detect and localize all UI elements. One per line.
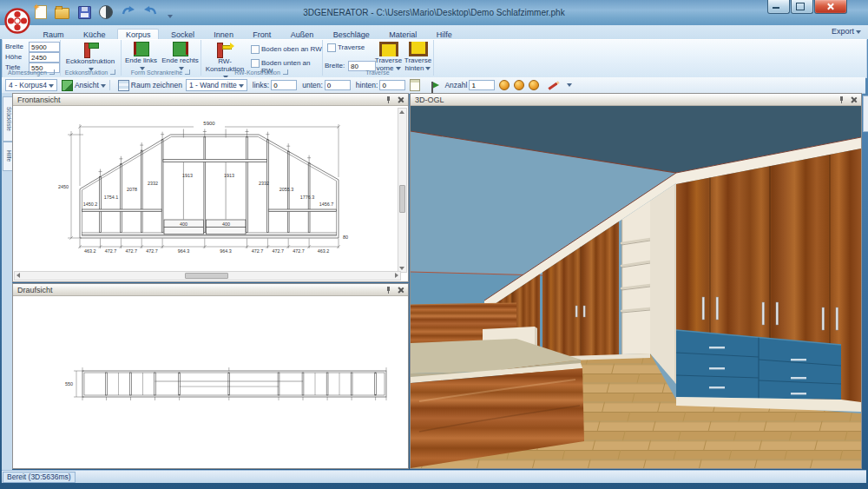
toolbar: 4 - Korpus4 Ansicht Raum zeichnen 1 - Wa… [2, 77, 865, 94]
dim-drawer-2: 400 [222, 221, 230, 227]
hinten-label: hinten: [356, 81, 378, 89]
new-document-icon[interactable] [35, 5, 47, 19]
toolbar-separator [109, 80, 110, 90]
ende-links-button[interactable]: Ende links [122, 42, 160, 72]
group-caption-traverse: Traverse [322, 69, 433, 76]
traverse-check-label: Traverse [338, 43, 365, 51]
anzahl-input[interactable] [469, 80, 495, 90]
right-dock-tab[interactable] [863, 96, 868, 132]
close-panel-icon[interactable] [397, 287, 404, 294]
dialog-launcher-icon[interactable] [49, 69, 55, 75]
scrollbar-thumb[interactable] [185, 273, 228, 279]
ende-rechts-button[interactable]: Ende rechts [161, 42, 199, 72]
options-icon[interactable] [99, 5, 113, 19]
dim-height-10: 1456.7 [319, 202, 334, 207]
dim-total-height: 2450 [58, 184, 69, 189]
ansicht-button[interactable]: Ansicht [75, 81, 106, 89]
coin-icon-3[interactable] [529, 80, 539, 90]
links-label: links: [253, 81, 269, 89]
traverse-vorne-icon [379, 42, 398, 56]
front-horizontal-scrollbar[interactable] [14, 271, 401, 281]
undo-icon[interactable] [143, 5, 157, 17]
hinten-input[interactable] [379, 80, 405, 90]
minimize-button[interactable] [767, 0, 790, 14]
ribbon: Breite Höhe Tiefe Abmessungen Eckkonstru… [2, 39, 867, 78]
dim-width-2: 472.7 [105, 248, 116, 254]
pin-icon[interactable] [838, 96, 845, 103]
dim-total-width: 5900 [203, 121, 215, 126]
coin-icon-2[interactable] [514, 80, 524, 90]
dim-width-9: 472.7 [293, 248, 305, 254]
frontansicht-title: Frontansicht [17, 96, 61, 104]
dialog-launcher-icon[interactable] [283, 69, 288, 75]
unten-input[interactable] [325, 80, 351, 90]
open-shelf-niche [621, 201, 650, 354]
group-eckkonstruktion: Eckkonstruktion Eckkonstruktion [60, 40, 122, 76]
wand-combo[interactable]: 1 - Wand mitte [186, 79, 247, 91]
dialog-launcher-icon[interactable] [110, 69, 115, 75]
open-folder-icon[interactable] [55, 8, 69, 19]
dim-height-5: 1913 [182, 173, 193, 178]
close-button[interactable] [814, 0, 847, 14]
ribbon-tab-strip: Raum Küche Korpus Sockel Innen Front Auß… [0, 25, 868, 39]
ogl-header[interactable]: 3D-OGL [411, 94, 861, 106]
dim-width-6: 964.3 [220, 248, 232, 254]
dim-height-6: 1913 [224, 173, 234, 178]
traverse-hinten-button[interactable]: Traverse hinten [404, 42, 432, 72]
boden-oben-checkbox[interactable] [251, 45, 260, 54]
traverse-checkbox[interactable] [327, 43, 336, 52]
flag-icon[interactable] [432, 82, 439, 89]
qat-dropdown-icon[interactable] [168, 15, 173, 18]
eckkonstruktion-icon [82, 42, 99, 57]
rw-konstruktion-icon [215, 42, 234, 57]
dim-height-3: 2078 [127, 187, 137, 192]
export-button[interactable]: Export [832, 27, 861, 36]
close-panel-icon[interactable] [850, 96, 857, 103]
dim-height-2: 1754.1 [104, 195, 119, 200]
maximize-button[interactable] [791, 0, 813, 14]
render-3d-scene[interactable] [411, 106, 861, 468]
scrollbar-thumb[interactable] [399, 185, 405, 213]
traverse-hinten-icon [409, 42, 428, 56]
app-logo-icon [4, 8, 30, 34]
traverse-vorne-button[interactable]: Traverse vorne [374, 42, 403, 72]
breite-input[interactable] [29, 42, 60, 52]
group-traverse: Traverse Breite: Traverse vorne Traverse… [322, 40, 434, 76]
eckkonstruktion-button[interactable]: Eckkonstruktion [60, 42, 121, 73]
coin-icon-1[interactable] [499, 80, 510, 90]
close-panel-icon[interactable] [397, 96, 404, 103]
group-caption-form: Form Schrankreihe [121, 69, 201, 76]
toolbar-overflow-icon[interactable] [567, 83, 572, 87]
group-caption-abmessungen: Abmessungen [3, 69, 60, 76]
application-menu-button[interactable] [4, 8, 30, 34]
pen-icon[interactable] [549, 81, 560, 89]
ogl-title: 3D-OGL [415, 96, 444, 104]
ende-links-label: Ende links [125, 56, 157, 64]
links-input[interactable] [271, 80, 297, 90]
notes-icon[interactable] [410, 79, 420, 91]
frontansicht-panel: Frontansicht [12, 93, 409, 282]
draufsicht-header[interactable]: Draufsicht [13, 284, 408, 296]
ende-rechts-icon [173, 42, 188, 56]
top-view-drawing: 550 [14, 297, 407, 467]
boden-unten-checkbox[interactable] [251, 59, 260, 68]
pin-icon[interactable] [385, 96, 392, 103]
dim-width-5: 964.3 [178, 248, 190, 254]
status-bar: Bereit (3D:5636ms) [2, 470, 866, 483]
front-vertical-scrollbar[interactable] [398, 108, 407, 273]
dim-width-8: 472.7 [272, 248, 284, 254]
draufsicht-panel: Draufsicht [12, 283, 409, 469]
left-dock-strip: Stückliste Hilfe [2, 93, 12, 470]
pin-icon[interactable] [385, 287, 392, 294]
korpus-combo[interactable]: 4 - Korpus4 [5, 79, 57, 91]
title-bar: 3DGENERATOR - C:\Users\Mario\Desktop\Dem… [0, 0, 868, 26]
frontansicht-header[interactable]: Frontansicht [13, 94, 408, 106]
save-icon[interactable] [78, 6, 91, 19]
anzahl-label: Anzahl [444, 81, 467, 89]
dialog-launcher-icon[interactable] [185, 69, 190, 75]
redo-icon[interactable] [122, 5, 135, 17]
raum-zeichnen-button[interactable]: Raum zeichnen [131, 81, 182, 89]
wardrobe-side-panel [650, 183, 676, 384]
application-window: 3DGENERATOR - C:\Users\Mario\Desktop\Dem… [0, 0, 868, 489]
hoehe-input[interactable] [29, 52, 60, 63]
